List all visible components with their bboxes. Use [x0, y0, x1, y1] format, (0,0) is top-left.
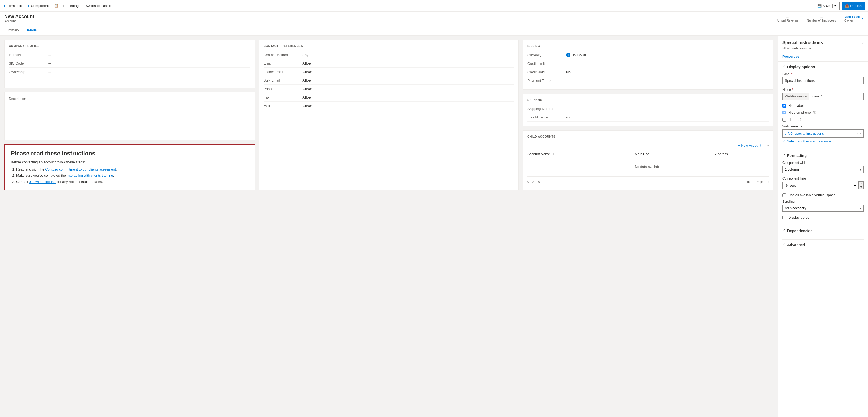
switch-classic-button[interactable]: Switch to classic: [86, 4, 111, 8]
main-layout: COMPANY PROFILE Industry --- SIC Code --…: [0, 36, 868, 417]
web-resource-more-icon[interactable]: ⋯: [857, 131, 861, 136]
name-row: WebResource_: [782, 93, 864, 100]
label-input[interactable]: [782, 77, 864, 84]
panel-close-button[interactable]: ›: [862, 40, 864, 45]
name-prefix: WebResource_: [782, 93, 809, 100]
use-all-space-checkbox[interactable]: [782, 193, 786, 197]
credit-limit-value: ---: [566, 62, 570, 66]
description-label: Description: [9, 97, 250, 101]
form-field-menu[interactable]: + Form field: [3, 3, 22, 8]
advanced-title[interactable]: Advanced: [782, 243, 864, 247]
account-type: Account: [4, 20, 777, 23]
panel-header: Special instructions ›: [778, 36, 868, 46]
step1-link[interactable]: Contoso commitment to our clients agreem…: [45, 167, 116, 171]
step3-link[interactable]: Jim with accounts: [29, 180, 56, 184]
email-row: Email Allow: [264, 59, 514, 68]
currency-value: $ US Dollar: [566, 53, 586, 57]
special-intro: Before contacting an account follow thes…: [11, 160, 248, 164]
component-menu[interactable]: + Component: [27, 3, 49, 8]
phone-label: Phone: [264, 87, 298, 91]
hide-label-checkbox[interactable]: [782, 104, 786, 107]
save-label: Save: [823, 4, 831, 8]
special-step1: Read and sign the Contoso commitment to …: [16, 166, 248, 172]
tab-summary[interactable]: Summary: [4, 26, 19, 35]
credit-limit-label: Credit Limit: [527, 62, 562, 66]
dependencies-title[interactable]: Dependencies: [782, 229, 864, 233]
hide-label-row: Hide label: [782, 104, 864, 107]
tab-properties[interactable]: Properties: [782, 52, 800, 61]
label-req: *: [791, 72, 793, 76]
payment-terms-row: Payment Terms ---: [527, 76, 769, 85]
owner-dropdown-icon[interactable]: ▾: [862, 17, 864, 21]
width-select[interactable]: 1 column 2 columns: [782, 166, 864, 173]
scrolling-select[interactable]: As Necessary Auto Always Never: [782, 204, 864, 212]
account-header: New Account Account --- Annual Revenue -…: [0, 12, 868, 26]
save-icon: 💾: [817, 4, 822, 8]
tab-details[interactable]: Details: [26, 26, 37, 35]
account-name-column[interactable]: Account Name ↑↓: [527, 152, 635, 156]
payment-terms-label: Payment Terms: [527, 78, 562, 83]
content-area: COMPANY PROFILE Industry --- SIC Code --…: [0, 36, 778, 417]
freight-terms-label: Freight Terms: [527, 115, 562, 119]
hide-on-phone-text: Hide on phone: [788, 110, 811, 115]
new-account-button[interactable]: + New Account: [738, 143, 761, 148]
special-instructions-box: Please read these instructions Before co…: [4, 145, 255, 190]
form-settings-menu[interactable]: 📋 Form settings: [54, 4, 81, 8]
publish-button[interactable]: 📤 Publish: [842, 2, 865, 10]
first-page-icon[interactable]: ⏮: [747, 180, 750, 184]
formatting-title[interactable]: Formatting: [782, 154, 864, 158]
scrolling-select-wrapper: As Necessary Auto Always Never ▾: [782, 204, 864, 212]
employees-label: Number of Employees: [807, 19, 836, 22]
height-select[interactable]: 1 row2 rows3 rows 4 rows5 rows6 rows 7 r…: [782, 182, 857, 189]
hide-on-phone-checkbox[interactable]: [782, 111, 786, 115]
owner-meta[interactable]: Matt Peart Owner ▾: [844, 15, 864, 22]
name-suffix-input[interactable]: [810, 93, 864, 100]
special-heading: Please read these instructions: [11, 150, 248, 157]
follow-email-row: Follow Email Allow: [264, 68, 514, 76]
currency-icon: $: [566, 53, 570, 57]
no-data-message: No data available: [527, 158, 769, 175]
advanced-section: Advanced: [778, 239, 868, 253]
description-value: ---: [9, 103, 250, 107]
next-page-icon[interactable]: ›: [768, 180, 769, 184]
top-sections-row: COMPANY PROFILE Industry --- SIC Code --…: [4, 40, 773, 190]
deps-chevron: [782, 229, 786, 233]
annual-revenue-value: ---: [777, 15, 798, 19]
publish-icon: 📤: [845, 4, 849, 8]
height-decrement-button[interactable]: ▼: [859, 185, 864, 189]
label-field-label: Label *: [782, 72, 864, 76]
select-another-web-resource-link[interactable]: ⇄ Select another web resource: [782, 139, 864, 143]
step2-link[interactable]: Interacting with clients training: [67, 173, 113, 178]
hide-on-phone-info-icon[interactable]: ⓘ: [813, 110, 816, 115]
address-column: Address: [715, 152, 769, 156]
height-spinner: ▲ ▼: [859, 182, 864, 189]
mail-label: Mail: [264, 104, 298, 108]
account-title-block: New Account Account: [4, 14, 777, 23]
freight-terms-row: Freight Terms ---: [527, 113, 769, 122]
component-plus-icon: +: [27, 3, 30, 8]
hide-checkbox[interactable]: [782, 118, 786, 122]
form-field-label: Form field: [7, 4, 22, 8]
shipping-method-label: Shipping Method: [527, 107, 562, 111]
display-border-checkbox[interactable]: [782, 216, 786, 219]
save-dropdown-icon[interactable]: ▾: [832, 4, 836, 8]
phone-column[interactable]: Main Pho... ↓: [635, 152, 715, 156]
hide-row: Hide ⓘ: [782, 118, 864, 122]
industry-value: ---: [48, 53, 51, 57]
name-field-group: Name * WebResource_: [782, 88, 864, 100]
ownership-value: ---: [48, 70, 51, 74]
follow-email-value: Allow: [302, 70, 312, 74]
step1-post: .: [116, 167, 117, 171]
display-options-title[interactable]: Display options: [782, 65, 864, 69]
employees-value: ---: [807, 15, 836, 19]
switch-label: Switch to classic: [86, 4, 111, 8]
save-button[interactable]: 💾 Save ▾: [814, 2, 840, 10]
child-accounts-more-icon[interactable]: ⋯: [766, 143, 769, 148]
height-increment-button[interactable]: ▲: [859, 182, 864, 185]
hide-on-phone-row: Hide on phone ⓘ: [782, 110, 864, 115]
form-settings-icon: 📋: [54, 4, 58, 8]
step1-pre: Read and sign the: [16, 167, 45, 171]
label-field-group: Label *: [782, 72, 864, 84]
hide-info-icon[interactable]: ⓘ: [798, 118, 801, 122]
prev-page-icon[interactable]: ‹: [752, 180, 753, 184]
